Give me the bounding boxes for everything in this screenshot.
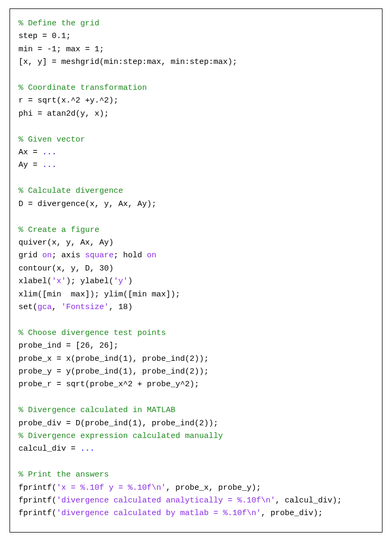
code-line: Ay = ... — [18, 161, 57, 170]
code-line: fprintf('x = %.10f y = %.10f\n', probe_x… — [18, 483, 261, 492]
code-line: Ax = ... — [18, 148, 57, 157]
code-line: D = divergence(x, y, Ax, Ay); — [18, 200, 156, 209]
blank-line — [18, 122, 23, 131]
comment-line: % Divergence expression calculated manua… — [18, 432, 223, 441]
code-line: calcul_div = ... — [18, 444, 95, 453]
comment-line: % Print the answers — [18, 470, 109, 479]
code-line: probe_r = sqrt(probe_x^2 + probe_y^2); — [18, 380, 199, 389]
blank-line — [18, 458, 23, 467]
comment-line: % Calculate divergence — [18, 186, 123, 195]
code-line: step = 0.1; — [18, 32, 71, 41]
comment-line: % Define the grid — [18, 19, 99, 28]
comment-line: % Coordinate transformation — [18, 83, 147, 92]
blank-line — [18, 174, 23, 183]
code-line: probe_ind = [26, 26]; — [18, 341, 118, 350]
code-line: phi = atan2d(y, x); — [18, 109, 109, 118]
code-line: xlim([min max]); ylim([min max]); — [18, 290, 180, 299]
blank-line — [18, 315, 23, 324]
code-line: probe_y = y(probe_ind(1), probe_ind(2)); — [18, 367, 209, 376]
blank-line — [18, 393, 23, 402]
comment-line: % Create a figure — [18, 226, 99, 235]
comment-line: % Divergence calculated in MATLAB — [18, 406, 175, 415]
code-line: fprintf('divergence calculated by matlab… — [18, 509, 323, 518]
code-line: fprintf('divergence calculated analytica… — [18, 496, 342, 505]
comment-line: % Given vector — [18, 135, 85, 144]
code-listing: % Define the grid step = 0.1; min = -1; … — [10, 8, 382, 533]
code-line: probe_div = D(probe_ind(1), probe_ind(2)… — [18, 419, 218, 428]
code-line: contour(x, y, D, 30) — [18, 264, 114, 273]
code-line: r = sqrt(x.^2 +y.^2); — [18, 96, 118, 105]
code-line: probe_x = x(probe_ind(1), probe_ind(2)); — [18, 355, 209, 363]
code-line: min = -1; max = 1; — [18, 45, 104, 54]
comment-line: % Choose divergence test points — [18, 329, 166, 338]
code-line: quiver(x, y, Ax, Ay) — [18, 238, 114, 247]
code-line: xlabel('x'); ylabel('y') — [18, 277, 133, 286]
code-line: set(gca, 'Fontsize', 18) — [18, 303, 133, 312]
blank-line — [18, 212, 23, 221]
code-line: [x, y] = meshgrid(min:step:max, min:step… — [18, 58, 237, 67]
blank-line — [18, 71, 23, 80]
code-line: grid on; axis square; hold on — [18, 251, 156, 260]
